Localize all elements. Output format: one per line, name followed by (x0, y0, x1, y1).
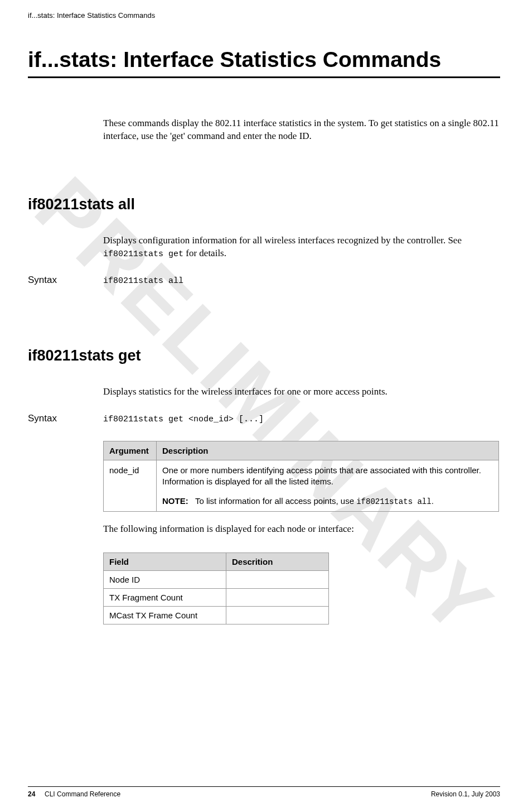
field-cell-0-0: Node ID (104, 571, 226, 589)
field-cell-1-1 (226, 589, 329, 607)
syntax-label-2: Syntax (28, 413, 103, 424)
field-table: Field Descrition Node ID TX Fragment Cou… (103, 552, 329, 624)
arg-desc-line1: One or more numbers identifying access p… (162, 465, 481, 486)
intro-paragraph: These commands display the 802.11 interf… (103, 117, 500, 143)
field-cell-0-1 (226, 571, 329, 589)
syntax-row-2: Syntax if80211stats get <node_id> [...] (28, 413, 500, 424)
main-title: if...stats: Interface Statistics Command… (28, 47, 500, 78)
field-row-0: Node ID (104, 571, 329, 589)
page-number: 24 (28, 790, 35, 798)
note-mono: if80211stats all (356, 497, 431, 506)
post-table-paragraph: The following information is displayed f… (103, 523, 500, 536)
field-cell-1-0: TX Fragment Count (104, 589, 226, 607)
section1-desc-post: for details. (183, 248, 226, 258)
field-header-description: Descrition (226, 553, 329, 571)
note-text-2: , use (336, 496, 357, 506)
syntax-label-1: Syntax (28, 275, 103, 286)
section2-description: Displays statistics for the wireless int… (103, 386, 500, 398)
section1-desc-code: if80211stats get (103, 249, 183, 259)
syntax-code-2: if80211stats get <node_id> [...] (103, 415, 264, 424)
section1-description: Displays configuration information for a… (103, 234, 500, 260)
field-header-field: Field (104, 553, 226, 571)
arg-header-argument: Argument (104, 441, 157, 460)
footer-right: Revision 0.1, July 2003 (431, 790, 500, 798)
note-text-3: . (432, 496, 434, 506)
field-row-1: TX Fragment Count (104, 589, 329, 607)
arg-table-row: node_id One or more numbers identifying … (104, 460, 499, 512)
syntax-row-1: Syntax if80211stats all (28, 275, 500, 286)
field-table-header-row: Field Descrition (104, 553, 329, 571)
arg-cell-desc: One or more numbers identifying access p… (157, 460, 499, 512)
note-label: NOTE: (162, 496, 188, 506)
running-header: if...stats: Interface Statistics Command… (28, 11, 500, 20)
arg-note: NOTE: To list information for all access… (162, 496, 493, 507)
note-sans: access points (285, 496, 336, 506)
note-text-1: To list information for all (195, 496, 285, 506)
syntax-code-1: if80211stats all (103, 276, 183, 286)
section-heading-all: if80211stats all (28, 196, 500, 213)
section1-desc-pre: Displays configuration information for a… (103, 235, 462, 246)
footer-left: 24 CLI Command Reference (28, 790, 120, 798)
section-heading-get: if80211stats get (28, 347, 500, 364)
arg-cell-name: node_id (104, 460, 157, 512)
arg-header-description: Description (157, 441, 499, 460)
argument-table: Argument Description node_id One or more… (103, 441, 499, 512)
field-row-2: MCast TX Frame Count (104, 607, 329, 624)
page-content: if...stats: Interface Statistics Command… (0, 0, 528, 624)
footer-left-text: CLI Command Reference (45, 790, 120, 798)
field-cell-2-1 (226, 607, 329, 624)
page-footer: 24 CLI Command Reference Revision 0.1, J… (28, 786, 500, 798)
field-cell-2-0: MCast TX Frame Count (104, 607, 226, 624)
arg-table-header-row: Argument Description (104, 441, 499, 460)
